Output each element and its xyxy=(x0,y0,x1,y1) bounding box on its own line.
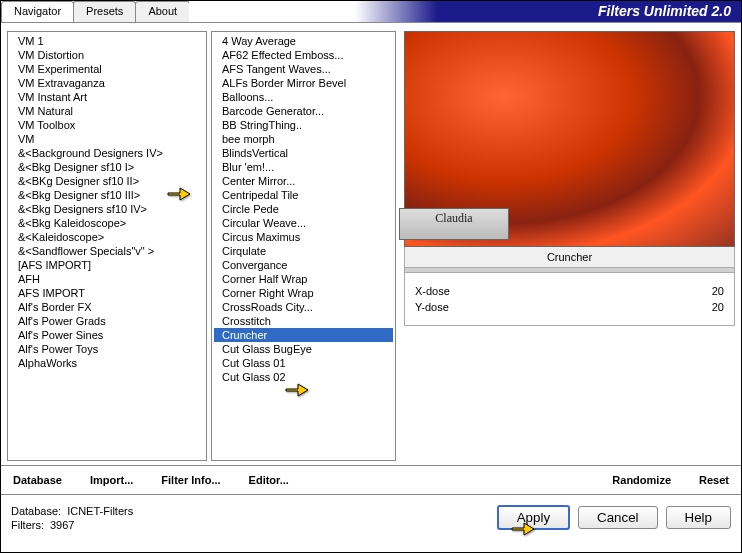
list-item[interactable]: &<Bkg Kaleidoscope> xyxy=(10,216,204,230)
param-value: 20 xyxy=(712,285,724,297)
preview-image: Claudia xyxy=(404,31,735,247)
param-value: 20 xyxy=(712,301,724,313)
category-list[interactable]: VM 1VM DistortionVM ExperimentalVM Extra… xyxy=(7,31,207,461)
param-label: Y-dose xyxy=(415,301,449,313)
list-item[interactable]: Corner Half Wrap xyxy=(214,272,393,286)
list-item[interactable]: 4 Way Average xyxy=(214,34,393,48)
list-item[interactable]: VM Distortion xyxy=(10,48,204,62)
list-item[interactable]: AFS Tangent Waves... xyxy=(214,62,393,76)
list-item[interactable]: Alf's Power Toys xyxy=(10,342,204,356)
param-row[interactable]: X-dose20 xyxy=(411,283,728,299)
filters-value: 3967 xyxy=(50,519,74,531)
filter-info-button[interactable]: Filter Info... xyxy=(157,472,224,488)
tab-about[interactable]: About xyxy=(135,1,190,22)
list-item[interactable]: Circular Weave... xyxy=(214,216,393,230)
list-item[interactable]: &<Background Designers IV> xyxy=(10,146,204,160)
list-item[interactable]: Cut Glass 02 xyxy=(214,370,393,384)
param-label: X-dose xyxy=(415,285,450,297)
list-item[interactable]: AFS IMPORT xyxy=(10,286,204,300)
title-bar: Filters Unlimited 2.0 xyxy=(189,1,741,23)
editor-button[interactable]: Editor... xyxy=(245,472,293,488)
list-item[interactable]: Cruncher xyxy=(214,328,393,342)
list-item[interactable]: &<Kaleidoscope> xyxy=(10,230,204,244)
list-item[interactable]: AF62 Effected Emboss... xyxy=(214,48,393,62)
apply-button[interactable]: Apply xyxy=(497,505,570,530)
list-item[interactable]: Balloons... xyxy=(214,90,393,104)
list-item[interactable]: Blur 'em!... xyxy=(214,160,393,174)
list-item[interactable]: bee morph xyxy=(214,132,393,146)
randomize-button[interactable]: Randomize xyxy=(608,472,675,488)
list-item[interactable]: BB StringThing.. xyxy=(214,118,393,132)
filter-name-label: Cruncher xyxy=(404,247,735,267)
tab-navigator[interactable]: Navigator xyxy=(1,1,74,22)
list-item[interactable]: Barcode Generator... xyxy=(214,104,393,118)
list-item[interactable]: Center Mirror... xyxy=(214,174,393,188)
list-item[interactable]: CrossRoads City... xyxy=(214,300,393,314)
reset-button[interactable]: Reset xyxy=(695,472,733,488)
list-item[interactable]: &<Bkg Designer sf10 I> xyxy=(10,160,204,174)
filters-label: Filters: xyxy=(11,519,44,531)
tab-presets[interactable]: Presets xyxy=(73,1,136,22)
list-item[interactable]: [AFS IMPORT] xyxy=(10,258,204,272)
param-row[interactable]: Y-dose20 xyxy=(411,299,728,315)
list-item[interactable]: Circus Maximus xyxy=(214,230,393,244)
list-item[interactable]: Cirqulate xyxy=(214,244,393,258)
list-item[interactable]: &<Bkg Designers sf10 IV> xyxy=(10,202,204,216)
list-item[interactable]: Alf's Power Sines xyxy=(10,328,204,342)
list-item[interactable]: ALFs Border Mirror Bevel xyxy=(214,76,393,90)
filter-list[interactable]: 4 Way AverageAF62 Effected Emboss...AFS … xyxy=(211,31,396,461)
parameter-panel: X-dose20Y-dose20 xyxy=(404,273,735,326)
toolbar: Database Import... Filter Info... Editor… xyxy=(1,465,741,494)
footer: Database: ICNET-Filters Filters: 3967 Ap… xyxy=(1,494,741,540)
list-item[interactable]: AFH xyxy=(10,272,204,286)
tab-bar: Navigator Presets About xyxy=(1,1,189,23)
list-item[interactable]: Crosstitch xyxy=(214,314,393,328)
database-value: ICNET-Filters xyxy=(67,505,133,517)
list-item[interactable]: VM Extravaganza xyxy=(10,76,204,90)
list-item[interactable]: VM Natural xyxy=(10,104,204,118)
list-item[interactable]: Centripedal Tile xyxy=(214,188,393,202)
list-item[interactable]: Circle Pede xyxy=(214,202,393,216)
list-item[interactable]: VM Toolbox xyxy=(10,118,204,132)
help-button[interactable]: Help xyxy=(666,506,731,529)
database-label: Database: xyxy=(11,505,61,517)
list-item[interactable]: &<BKg Designer sf10 II> xyxy=(10,174,204,188)
database-button[interactable]: Database xyxy=(9,472,66,488)
import-button[interactable]: Import... xyxy=(86,472,137,488)
list-item[interactable]: VM xyxy=(10,132,204,146)
list-item[interactable]: Cut Glass BugEye xyxy=(214,342,393,356)
list-item[interactable]: VM 1 xyxy=(10,34,204,48)
list-item[interactable]: VM Experimental xyxy=(10,62,204,76)
list-item[interactable]: Corner Right Wrap xyxy=(214,286,393,300)
list-item[interactable]: &<Bkg Designer sf10 III> xyxy=(10,188,204,202)
cancel-button[interactable]: Cancel xyxy=(578,506,658,529)
list-item[interactable]: &<Sandflower Specials"v" > xyxy=(10,244,204,258)
list-item[interactable]: Alf's Power Grads xyxy=(10,314,204,328)
list-item[interactable]: VM Instant Art xyxy=(10,90,204,104)
list-item[interactable]: AlphaWorks xyxy=(10,356,204,370)
list-item[interactable]: BlindsVertical xyxy=(214,146,393,160)
list-item[interactable]: Alf's Border FX xyxy=(10,300,204,314)
watermark: Claudia xyxy=(399,208,509,240)
list-item[interactable]: Cut Glass 01 xyxy=(214,356,393,370)
list-item[interactable]: Convergance xyxy=(214,258,393,272)
